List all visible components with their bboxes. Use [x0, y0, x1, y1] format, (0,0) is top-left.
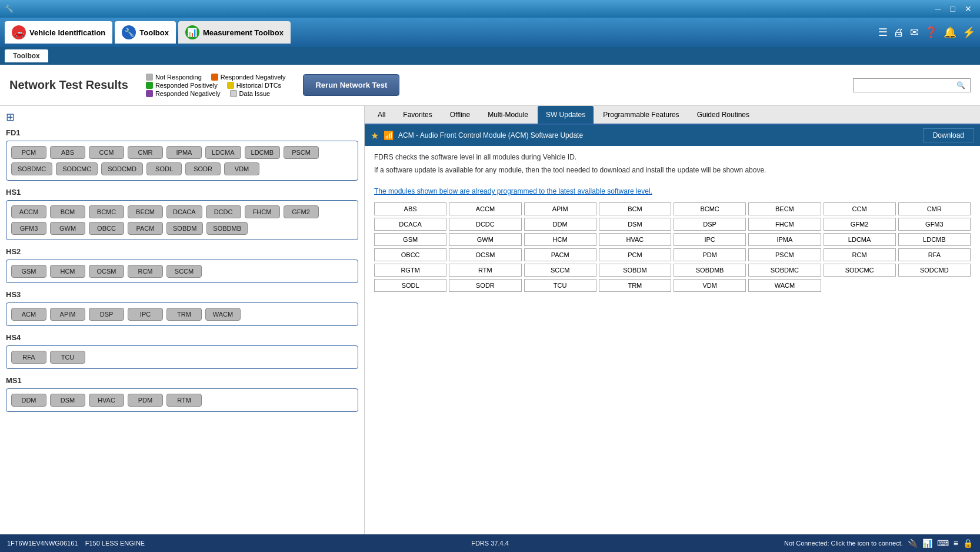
module-btn-RFA[interactable]: RFA [11, 351, 46, 364]
module-cell-GSM[interactable]: GSM [374, 233, 446, 246]
module-cell-SOBDM[interactable]: SOBDM [599, 264, 671, 277]
module-btn-PCM[interactable]: PCM [11, 146, 46, 159]
lock-icon[interactable]: 🔒 [963, 538, 973, 548]
module-cell-LDCMB[interactable]: LDCMB [898, 233, 971, 246]
tab-vehicle-identification[interactable]: 🚗 Vehicle Identification [5, 21, 112, 44]
download-button[interactable]: Download [923, 128, 974, 142]
module-btn-IPC[interactable]: IPC [128, 308, 163, 321]
module-cell-BCMC[interactable]: BCMC [674, 202, 746, 215]
rerun-network-test-button[interactable]: Rerun Network Test [303, 74, 399, 96]
module-cell-DDM[interactable]: DDM [524, 218, 596, 231]
filter-tab-guided[interactable]: Guided Routines [689, 106, 758, 124]
search-input[interactable] [858, 81, 956, 89]
module-cell-GFM3[interactable]: GFM3 [898, 218, 971, 231]
module-cell-WACM[interactable]: WACM [748, 279, 821, 292]
module-cell-PACM[interactable]: PACM [524, 248, 596, 261]
module-btn-IPMA[interactable]: IPMA [166, 146, 202, 159]
bar-chart-icon[interactable]: 📊 [922, 538, 932, 548]
module-btn-FHCM[interactable]: FHCM [245, 205, 280, 218]
module-btn-APIM[interactable]: APIM [50, 308, 85, 321]
module-cell-PSCM[interactable]: PSCM [748, 248, 821, 261]
module-cell-SODL[interactable]: SODL [374, 279, 446, 292]
filter-tab-programmable[interactable]: Programmable Features [595, 106, 687, 124]
module-cell-PCM[interactable]: PCM [599, 248, 671, 261]
bell-icon[interactable]: 🔔 [944, 26, 956, 39]
module-cell-LDCMA[interactable]: LDCMA [824, 233, 896, 246]
module-cell-BCM[interactable]: BCM [599, 202, 671, 215]
filter-tab-multi-module[interactable]: Multi-Module [479, 106, 536, 124]
module-cell-HCM[interactable]: HCM [524, 233, 596, 246]
module-btn-PSCM[interactable]: PSCM [284, 146, 319, 159]
module-btn-ACM[interactable]: ACM [11, 308, 46, 321]
connection-icon[interactable]: 🔌 [908, 538, 918, 548]
module-btn-CCM[interactable]: CCM [89, 146, 124, 159]
module-cell-ACCM[interactable]: ACCM [449, 202, 521, 215]
module-cell-SCCM[interactable]: SCCM [524, 264, 596, 277]
module-cell-SOBDMB[interactable]: SOBDMB [674, 264, 746, 277]
module-cell-RCM[interactable]: RCM [824, 248, 896, 261]
filter-tab-favorites[interactable]: Favorites [395, 106, 440, 124]
module-btn-TCU[interactable]: TCU [50, 351, 85, 364]
menu-bars-icon[interactable]: ≡ [954, 538, 958, 548]
maximize-button[interactable]: □ [947, 3, 959, 15]
keyboard-icon[interactable]: ⌨ [937, 538, 949, 548]
module-cell-TCU[interactable]: TCU [524, 279, 596, 292]
module-cell-SODCMD[interactable]: SODCMD [898, 264, 971, 277]
module-btn-GFM2[interactable]: GFM2 [284, 205, 319, 218]
module-btn-DSM[interactable]: DSM [50, 394, 85, 407]
minimize-button[interactable]: ─ [932, 3, 945, 15]
mail-icon[interactable]: ✉ [910, 26, 919, 39]
tab-toolbox[interactable]: 🔧 Toolbox [115, 21, 176, 44]
module-cell-IPMA[interactable]: IPMA [748, 233, 821, 246]
module-btn-SOBDM[interactable]: SOBDM [166, 222, 203, 235]
module-cell-APIM[interactable]: APIM [524, 202, 596, 215]
module-btn-SODL[interactable]: SODL [146, 162, 182, 175]
module-cell-VDM[interactable]: VDM [674, 279, 746, 292]
module-cell-CCM[interactable]: CCM [824, 202, 896, 215]
module-btn-WACM[interactable]: WACM [205, 308, 241, 321]
module-btn-PACM[interactable]: PACM [128, 222, 163, 235]
module-cell-OCSM[interactable]: OCSM [449, 248, 521, 261]
module-btn-RCM[interactable]: RCM [128, 265, 163, 278]
modules-link[interactable]: The modules shown below are already prog… [374, 187, 971, 195]
module-cell-GFM2[interactable]: GFM2 [824, 218, 896, 231]
module-cell-DCACA[interactable]: DCACA [374, 218, 446, 231]
module-cell-ABS[interactable]: ABS [374, 202, 446, 215]
module-btn-PDM[interactable]: PDM [128, 394, 163, 407]
module-cell-IPC[interactable]: IPC [674, 233, 746, 246]
module-btn-CMR[interactable]: CMR [128, 146, 163, 159]
favorite-star-icon[interactable]: ★ [371, 130, 379, 141]
module-btn-HCM[interactable]: HCM [50, 265, 85, 278]
search-icon[interactable]: 🔍 [956, 81, 965, 89]
module-cell-BECM[interactable]: BECM [748, 202, 821, 215]
module-btn-OBCC[interactable]: OBCC [89, 222, 124, 235]
module-cell-PDM[interactable]: PDM [674, 248, 746, 261]
module-btn-GSM[interactable]: GSM [11, 265, 46, 278]
module-btn-SOBDMC[interactable]: SOBDMC [11, 162, 52, 175]
module-btn-LDCMA[interactable]: LDCMA [205, 146, 241, 159]
module-btn-SODCMD[interactable]: SODCMD [101, 162, 143, 175]
module-btn-DDM[interactable]: DDM [11, 394, 46, 407]
filter-tab-sw-updates[interactable]: SW Updates [538, 106, 594, 124]
module-cell-TRM[interactable]: TRM [599, 279, 671, 292]
module-cell-RTM[interactable]: RTM [449, 264, 521, 277]
module-cell-CMR[interactable]: CMR [898, 202, 971, 215]
module-btn-SOBDMB[interactable]: SOBDMB [206, 222, 248, 235]
help-icon[interactable]: ❓ [925, 26, 938, 39]
module-btn-VDM[interactable]: VDM [224, 162, 259, 175]
module-btn-LDCMB[interactable]: LDCMB [245, 146, 281, 159]
module-btn-RTM[interactable]: RTM [166, 394, 202, 407]
module-cell-HVAC[interactable]: HVAC [599, 233, 671, 246]
module-btn-DSP[interactable]: DSP [89, 308, 124, 321]
module-btn-SODCMC[interactable]: SODCMC [56, 162, 98, 175]
module-btn-SODR[interactable]: SODR [185, 162, 221, 175]
module-cell-GWM[interactable]: GWM [449, 233, 521, 246]
module-cell-RFA[interactable]: RFA [898, 248, 971, 261]
module-btn-TRM[interactable]: TRM [166, 308, 202, 321]
module-btn-GWM[interactable]: GWM [50, 222, 85, 235]
module-btn-ABS[interactable]: ABS [50, 146, 85, 159]
module-btn-BCM[interactable]: BCM [50, 205, 85, 218]
module-cell-OBCC[interactable]: OBCC [374, 248, 446, 261]
nav-tab-toolbox[interactable]: Toolbox [5, 49, 48, 62]
module-cell-SODR[interactable]: SODR [449, 279, 521, 292]
